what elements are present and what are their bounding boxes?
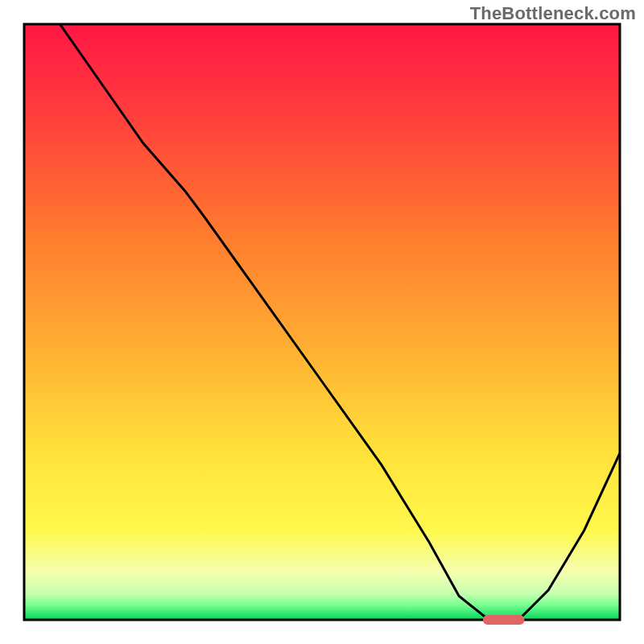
optimal-range-marker [483,615,525,625]
chart-background-gradient [24,24,620,620]
watermark-text: TheBottleneck.com [470,3,636,24]
chart-svg [0,0,644,644]
bottleneck-chart: TheBottleneck.com [0,0,644,644]
